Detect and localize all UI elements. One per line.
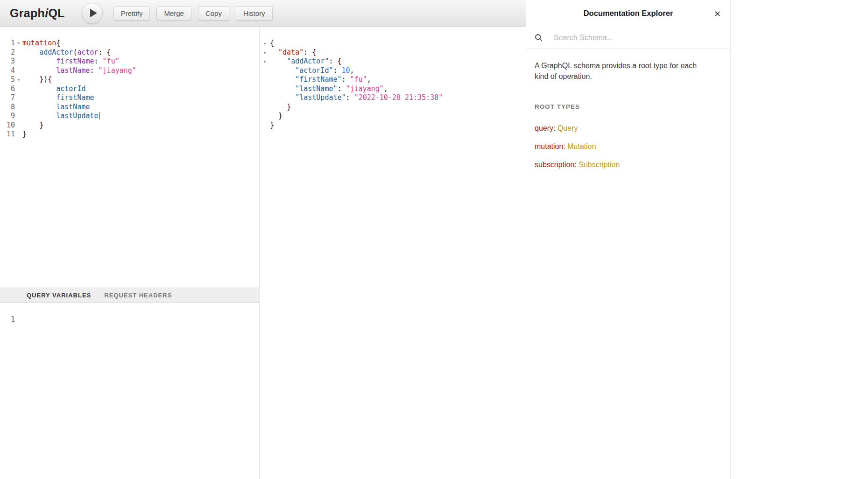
code-text: lastUpdate [22, 112, 99, 121]
code-text: "data": { [270, 48, 316, 57]
editor-gutter: 11 [0, 130, 22, 139]
code-token: } [287, 103, 291, 111]
fold-arrow-icon[interactable]: ▾ [260, 57, 270, 67]
fold-gutter [15, 130, 22, 139]
play-icon [90, 9, 97, 17]
code-text: "lastUpdate": "2022-10-28 21:35:38" [270, 93, 443, 103]
fold-gutter [15, 121, 22, 130]
line-number: 2 [0, 48, 15, 57]
code-token: actorId [56, 85, 85, 93]
root-type-keyword: subscription: [535, 161, 577, 169]
root-type-keyword: query: [535, 124, 555, 132]
code-line: } [260, 121, 526, 130]
code-token: "fu" [103, 57, 120, 65]
code-token: lastName [56, 103, 90, 111]
editor-gutter: 7 [0, 93, 22, 103]
code-line: 4 lastName: "jiayang" [0, 66, 259, 76]
type-link-subscription[interactable]: Subscription [579, 161, 620, 169]
line-number: 1 [0, 39, 15, 48]
code-line: 1▾mutation{ [0, 39, 259, 48]
code-token: }){ [39, 75, 52, 84]
editor-gutter: 10 [0, 121, 22, 130]
code-text: addActor(actor: { [22, 48, 111, 57]
fold-arrow-icon[interactable]: ▾ [260, 49, 270, 58]
editor-gutter: 5▾ [0, 75, 22, 85]
doc-search-bar [526, 27, 730, 49]
code-token: { [270, 39, 274, 47]
code-token: "jiayang" [99, 66, 136, 75]
editor-gutter: 2 [0, 48, 22, 57]
code-token: : [338, 85, 346, 93]
code-text: actorId [22, 85, 85, 94]
prettify-button[interactable]: Prettify [113, 6, 150, 21]
code-token: , [384, 85, 388, 93]
code-text: } [22, 130, 27, 139]
code-token: 10 [342, 66, 350, 75]
fold-gutter [15, 315, 22, 324]
code-text: } [270, 112, 282, 121]
code-line: } [260, 103, 526, 112]
query-editor[interactable]: 1▾mutation{2 addActor(actor: {3 firstNam… [0, 27, 259, 288]
type-link-query[interactable]: Query [557, 124, 578, 132]
code-token [270, 57, 287, 65]
code-token: : { [303, 48, 316, 56]
copy-button[interactable]: Copy [198, 6, 229, 21]
editor-gutter: 6 [0, 85, 22, 94]
tab-query-variables[interactable]: QUERY VARIABLES [27, 292, 91, 299]
execute-button[interactable] [82, 3, 103, 24]
fold-gutter [15, 66, 22, 76]
code-token [270, 48, 278, 56]
code-token [22, 85, 56, 93]
logo-text: Graph [10, 7, 45, 20]
code-token: { [56, 39, 60, 47]
code-token [22, 121, 39, 129]
code-text: } [22, 121, 43, 130]
code-token: , [350, 66, 354, 75]
editor-gutter: 3 [0, 57, 22, 66]
code-text: lastName: "jiayang" [22, 66, 136, 76]
code-token: "fu" [350, 75, 367, 84]
code-text: firstName [22, 93, 94, 103]
line-number: 10 [0, 121, 15, 130]
history-button[interactable]: History [236, 6, 273, 21]
fold-gutter [15, 85, 22, 94]
code-token: "lastUpdate" [295, 93, 346, 102]
topbar: GraphiQL PrettifyMergeCopyHistory [0, 0, 526, 27]
fold-arrow-icon[interactable]: ▾ [260, 39, 270, 49]
search-icon [535, 34, 543, 42]
editor-gutter: 4 [0, 66, 22, 76]
code-line: 6 actorId [0, 85, 259, 94]
code-token: : [342, 75, 350, 84]
code-text: firstName: "fu" [22, 57, 120, 66]
code-line: ▾ "addActor": { [260, 57, 526, 66]
code-token: "2022-10-28 21:35:38" [354, 93, 443, 102]
code-token: : [333, 66, 341, 75]
line-number: 3 [0, 57, 15, 66]
tab-request-headers[interactable]: REQUEST HEADERS [104, 292, 172, 299]
code-text: "addActor": { [270, 57, 342, 66]
root-type-item: subscription: Subscription [535, 161, 722, 169]
code-line: "lastName": "jiayang", [260, 85, 526, 94]
code-text: } [270, 103, 291, 112]
fold-arrow-icon[interactable]: ▾ [15, 75, 22, 85]
code-token [22, 112, 56, 120]
fold-arrow-icon[interactable]: ▾ [15, 39, 22, 48]
code-line: 2 addActor(actor: { [0, 48, 259, 57]
code-token: lastUpdate [56, 112, 98, 120]
code-line: "lastUpdate": "2022-10-28 21:35:38" [260, 93, 526, 103]
code-text: "actorId": 10, [270, 66, 354, 76]
fold-gutter [15, 93, 22, 103]
code-token: addActor [39, 48, 73, 56]
query-variables-editor[interactable]: 1 [0, 303, 259, 479]
result-viewer: ▾{▾ "data": {▾ "addActor": { "actorId": … [260, 27, 526, 479]
doc-search-input[interactable] [554, 34, 722, 42]
code-line: 11} [0, 130, 259, 139]
doc-explorer-panel: Documentation Explorer ✕ A GraphQL schem… [526, 0, 731, 479]
fold-gutter [15, 112, 22, 121]
merge-button[interactable]: Merge [156, 6, 191, 21]
close-icon[interactable]: ✕ [711, 7, 724, 19]
code-token: : [346, 93, 354, 102]
code-token: "jiayang" [346, 85, 384, 93]
type-link-mutation[interactable]: Mutation [567, 142, 596, 150]
root-type-item: mutation: Mutation [535, 142, 722, 151]
